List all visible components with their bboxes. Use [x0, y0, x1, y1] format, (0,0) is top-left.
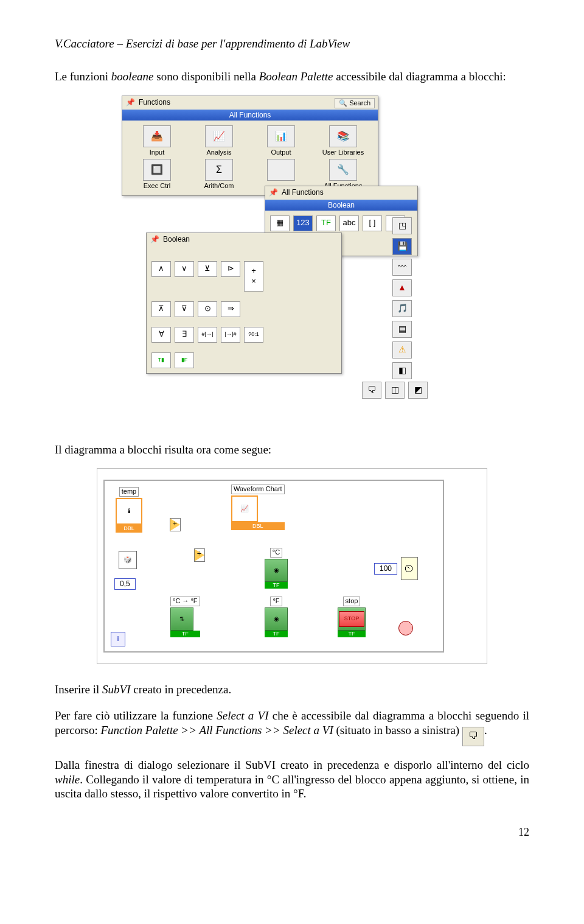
- allfn-side-column: ◳ 💾 〰 ▲ 🎵 ▤ ⚠ ◧: [392, 217, 412, 379]
- palette-icon[interactable]: ▲: [392, 279, 412, 296]
- palette-icon[interactable]: ◫: [385, 382, 405, 399]
- palette-icon[interactable]: 💾: [392, 238, 412, 255]
- xor-icon[interactable]: ⊻: [198, 261, 217, 277]
- or-array-icon[interactable]: ∃: [175, 327, 194, 343]
- palette-item-output[interactable]: 📊Output: [251, 125, 311, 157]
- tf-badge: TF: [265, 582, 288, 589]
- nand-icon[interactable]: ⊼: [151, 301, 171, 317]
- palette-icon[interactable]: 🎵: [392, 300, 412, 317]
- numeric-constant: 0,5: [114, 578, 136, 590]
- bool-to-01-icon[interactable]: ?0:1: [244, 327, 263, 343]
- degf-node: °F ◉ TF: [265, 597, 288, 637]
- dbl-badge: DBL: [231, 522, 285, 530]
- search-icon: 🔍: [339, 99, 347, 108]
- palette-icon[interactable]: TF: [316, 215, 336, 231]
- temp-label: temp: [119, 487, 139, 497]
- page-number: 12: [55, 825, 529, 839]
- text: .: [484, 724, 487, 737]
- bool-to-num-icon[interactable]: [→]#: [221, 327, 240, 343]
- pin-icon[interactable]: 📌: [269, 188, 278, 197]
- palette-icon[interactable]: ◳: [392, 217, 412, 234]
- half-constant: 0,5: [114, 578, 136, 590]
- cf-label: °C → °F: [170, 597, 200, 606]
- all-functions-bar: All Functions: [122, 110, 378, 121]
- boolean-titlebar: 📌 Boolean: [147, 233, 341, 247]
- tf-badge: TF: [338, 631, 366, 637]
- label: Analysis: [189, 149, 249, 157]
- temp-node: temp 🌡 DBL: [116, 487, 142, 533]
- boolean-bar: Boolean: [265, 200, 417, 211]
- plus-label: +: [173, 519, 177, 528]
- palette-item-execctrl[interactable]: 🔲Exec Ctrl: [127, 159, 187, 191]
- select-vi-inline-icon: 🗨: [462, 727, 484, 746]
- switch-icon: ⇅: [170, 607, 193, 631]
- tf-badge: TF: [265, 631, 288, 637]
- allfn-bottom-row: 🗨 ◫ ◩: [362, 382, 428, 399]
- functions-grid: 📥Input 📈Analysis 📊Output 📚User Libraries…: [122, 121, 378, 196]
- search-button[interactable]: 🔍 Search: [335, 98, 375, 109]
- and-icon[interactable]: ∧: [151, 261, 171, 277]
- nor-icon[interactable]: ⊽: [175, 301, 194, 317]
- dbl-badge: DBL: [116, 525, 142, 533]
- compound-icon[interactable]: +×: [244, 261, 263, 292]
- palette-icon[interactable]: 〰: [392, 259, 412, 276]
- degc-label: °C: [270, 548, 282, 558]
- text: Dalla finestra di dialogo selezionare il…: [55, 758, 529, 771]
- block-diagram: temp 🌡 DBL Waveform Chart 📈 DBL + ÷: [97, 468, 487, 664]
- intro-paragraph: Le funzioni booleane sono disponibili ne…: [55, 69, 529, 84]
- select-vi-icon[interactable]: 🗨: [362, 382, 381, 399]
- paragraph-subvi: Inserire il SubVI creato in precedenza.: [55, 682, 529, 697]
- implies-icon[interactable]: ⇒: [221, 301, 240, 317]
- xnor-icon[interactable]: ⊙: [198, 301, 217, 317]
- palette-icon[interactable]: [ ]: [363, 215, 382, 231]
- page-header: V.Cacciatore – Esercizi di base per l'ap…: [55, 37, 529, 51]
- num-to-bool-icon[interactable]: #[→]: [198, 327, 217, 343]
- not-icon[interactable]: ⊳: [221, 261, 240, 277]
- cf-switch-node: °C → °F ⇅ TF: [170, 597, 200, 637]
- text: Per fare ciò utilizzare la funzione: [55, 709, 217, 722]
- palette-icon[interactable]: 123: [293, 215, 313, 231]
- label: User Libraries: [313, 149, 373, 157]
- false-const-icon[interactable]: ▮F: [175, 352, 194, 368]
- text: . Collegando il valore di temperatura in…: [55, 773, 529, 800]
- bool-indicator: ◉: [265, 607, 288, 631]
- text-italic: SubVI: [102, 683, 130, 696]
- stop-control: STOP: [338, 607, 366, 631]
- palette-icon[interactable]: ▦: [270, 215, 290, 231]
- text: Le funzioni: [55, 70, 111, 83]
- pin-icon[interactable]: 📌: [150, 235, 159, 244]
- pin-icon[interactable]: 📌: [126, 98, 135, 107]
- palette-item-input[interactable]: 📥Input: [127, 125, 187, 157]
- and-array-icon[interactable]: ∀: [151, 327, 171, 343]
- allfn-title: All Functions: [282, 188, 324, 197]
- random-node: 🎲: [119, 551, 137, 569]
- true-const-icon[interactable]: T▮: [151, 352, 171, 368]
- palette-icon[interactable]: abc: [339, 215, 359, 231]
- palette-icon[interactable]: ◩: [408, 382, 428, 399]
- text: (situato in basso a sinistra): [333, 724, 462, 737]
- label: Output: [251, 149, 311, 157]
- palette-item-userlib[interactable]: 📚User Libraries: [313, 125, 373, 157]
- palette-icon[interactable]: ▤: [392, 321, 412, 338]
- timing-node: 100 ⏲: [374, 557, 418, 580]
- chart-node: Waveform Chart 📈 DBL: [231, 485, 285, 530]
- text-italic: Select a VI: [217, 709, 268, 722]
- functions-title: Functions: [139, 98, 170, 107]
- palette-item-arith[interactable]: ΣArith/Com: [189, 159, 249, 191]
- text: sono disponibili nella: [154, 70, 259, 83]
- stop-terminal-icon: [398, 621, 413, 635]
- divide-node: ÷: [195, 548, 204, 562]
- degf-label: °F: [270, 597, 282, 606]
- thermometer-icon: 🌡: [116, 498, 142, 525]
- palette-icon[interactable]: ⚠: [392, 341, 412, 359]
- degc-node: °C ◉ TF: [265, 548, 288, 589]
- label: Exec Ctrl: [127, 182, 187, 191]
- text: creato in precedenza.: [131, 683, 232, 696]
- add-node: +: [170, 517, 180, 532]
- palette-item-analysis[interactable]: 📈Analysis: [189, 125, 249, 157]
- stop-button[interactable]: STOP: [339, 611, 364, 627]
- palette-icon[interactable]: ◧: [392, 362, 412, 379]
- label: Arith/Com: [189, 182, 249, 191]
- or-icon[interactable]: ∨: [175, 261, 194, 277]
- bool-indicator: ◉: [265, 559, 288, 582]
